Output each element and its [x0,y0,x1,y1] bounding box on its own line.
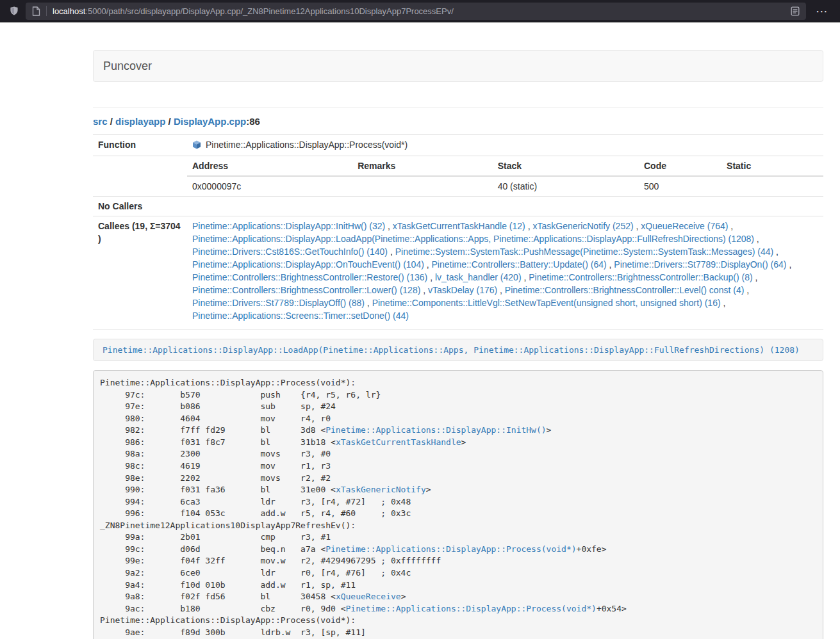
column-header-remarks: Remarks [352,156,492,176]
code-symbol-link[interactable]: Pinetime::Applications::DisplayApp::Proc… [325,544,576,554]
function-name-cell: Pinetime::Applications::DisplayApp::Proc… [187,135,823,156]
details-columns-row: AddressRemarksStackCodeStatic [187,156,823,176]
callee-link[interactable]: Pinetime::Applications::DisplayApp::OnTo… [192,259,424,270]
breadcrumb-separator: / [165,116,174,127]
stack-value: 40 (static) [493,176,639,196]
symbol-table: Function Pinetime::Applications::Display… [93,134,823,325]
column-header-address: Address [187,156,352,176]
function-label: Function [93,135,187,156]
function-name: Pinetime::Applications::DisplayApp::Proc… [206,140,408,150]
details-cell: AddressRemarksStackCodeStatic 0x0000097c… [187,156,823,197]
no-callers-row: No Callers [93,197,823,216]
code-symbol-link[interactable]: Pinetime::Applications::DisplayApp::Init… [325,425,546,435]
highlight-box: Pinetime::Applications::DisplayApp::Load… [93,339,823,361]
callee-link[interactable]: Pinetime::Components::LittleVgl::SetNewT… [372,298,721,308]
app-brand[interactable]: Puncover [103,60,152,73]
function-row: Function Pinetime::Applications::Display… [93,135,823,156]
callee-link[interactable]: Pinetime::Drivers::St7789::DisplayOff() … [192,298,365,308]
callee-link[interactable]: Pinetime::Controllers::Battery::Update()… [432,259,607,270]
highlight-symbol-link[interactable]: Pinetime::Applications::DisplayApp::Load… [103,345,800,355]
code-value: 500 [639,176,721,196]
no-callers-cell [187,197,823,216]
details-table: AddressRemarksStackCodeStatic 0x0000097c… [187,156,823,196]
divider [93,107,823,108]
address-value: 0x0000097c [187,176,352,196]
function-cube-icon [192,140,201,152]
reader-mode-icon[interactable] [791,6,800,16]
details-values-row: 0x0000097c 40 (static) 500 [187,176,823,196]
identity-separator [46,6,47,16]
callee-link[interactable]: Pinetime::System::SystemTask::PushMessag… [395,247,774,257]
code-symbol-link[interactable]: xTaskGetCurrentTaskHandle [336,437,461,447]
no-callers-label: No Callers [93,197,187,216]
url-host: localhost [53,6,85,16]
callee-link[interactable]: Pinetime::Controllers::BrightnessControl… [505,285,744,295]
breadcrumb-link[interactable]: DisplayApp.cpp [174,116,246,127]
main-content: Puncover src / displayapp / DisplayApp.c… [93,50,823,639]
callees-label: Callees (19, Σ=3704 ) [93,216,187,326]
callee-link[interactable]: Pinetime::Controllers::BrightnessControl… [192,285,420,295]
column-header-code: Code [639,156,721,176]
breadcrumb-link[interactable]: src [93,116,108,127]
disassembly-listing: Pinetime::Applications::DisplayApp::Proc… [93,370,823,639]
column-header-static: Static [721,156,823,176]
static-value [721,176,823,196]
url-text: localhost:5000/path/src/displayapp/Displ… [53,6,785,16]
breadcrumb-separator: / [108,116,116,127]
column-header-stack: Stack [493,156,639,176]
callee-link[interactable]: Pinetime::Drivers::St7789::DisplayOn() (… [614,259,786,270]
url-bar[interactable]: localhost:5000/path/src/displayapp/Displ… [26,3,806,20]
page-info-icon[interactable] [32,6,40,16]
details-row-spacer [93,156,187,197]
callee-link[interactable]: lv_task_handler (420) [435,272,522,282]
callee-link[interactable]: Pinetime::Controllers::BrightnessControl… [192,272,427,282]
code-symbol-link[interactable]: xTaskGenericNotify [336,485,426,494]
divider [93,329,823,330]
browser-toolbar: localhost:5000/path/src/displayapp/Displ… [0,0,840,22]
code-symbol-link[interactable]: Pinetime::Applications::DisplayApp::Proc… [346,604,597,613]
callee-link[interactable]: vTaskDelay (176) [428,285,497,295]
shield-icon[interactable] [9,6,19,16]
breadcrumb-link[interactable]: displayapp [115,116,165,127]
breadcrumb-line-number: :86 [246,116,260,127]
callees-cell: Pinetime::Applications::DisplayApp::Init… [187,216,823,326]
remarks-value [352,176,492,196]
app-header: Puncover [93,50,823,82]
url-path: :5000/path/src/displayapp/DisplayApp.cpp… [85,6,454,16]
details-row: AddressRemarksStackCodeStatic 0x0000097c… [93,156,823,197]
code-symbol-link[interactable]: xQueueReceive [336,592,401,601]
callee-link[interactable]: xTaskGenericNotify (252) [532,221,633,231]
callee-link[interactable]: Pinetime::Applications::Screens::Timer::… [192,311,409,321]
callee-link[interactable]: Pinetime::Applications::DisplayApp::Init… [192,221,385,231]
overflow-menu-icon[interactable]: ⋯ [812,5,831,17]
callee-link[interactable]: Pinetime::Applications::DisplayApp::Load… [192,234,754,244]
callee-link[interactable]: Pinetime::Drivers::Cst816S::GetTouchInfo… [192,247,388,257]
breadcrumb: src / displayapp / DisplayApp.cpp:86 [93,116,823,127]
callee-link[interactable]: xQueueReceive (764) [641,221,728,231]
callee-link[interactable]: xTaskGetCurrentTaskHandle (12) [393,221,525,231]
callees-row: Callees (19, Σ=3704 ) Pinetime::Applicat… [93,216,823,326]
callee-link[interactable]: Pinetime::Controllers::BrightnessControl… [529,272,752,282]
